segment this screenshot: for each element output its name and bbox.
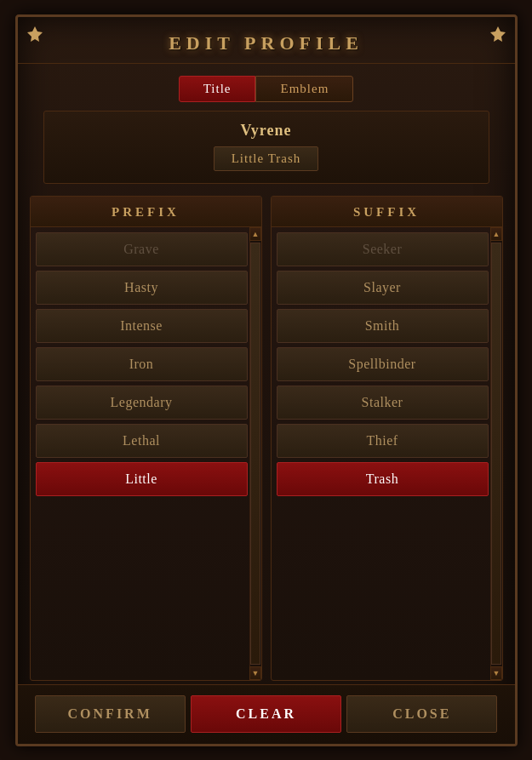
svg-marker-1 (490, 26, 506, 42)
suffix-scroll-area: Seeker Slayer Smith Spellbinder Stalker … (272, 227, 502, 680)
corner-decoration-tr (486, 22, 510, 46)
suffix-scroll-thumb[interactable] (491, 243, 501, 665)
list-item[interactable]: Iron (36, 347, 248, 381)
list-item[interactable]: Grave (36, 232, 248, 266)
suffix-scroll-up[interactable]: ▲ (490, 227, 502, 241)
list-item[interactable]: Slayer (277, 271, 489, 305)
prefix-scrollbar[interactable]: ▲ ▼ (249, 227, 261, 680)
suffix-items-list: Seeker Slayer Smith Spellbinder Stalker … (277, 232, 489, 496)
edit-profile-modal: EDIT PROFILE Title Emblem Vyrene Little … (15, 14, 518, 746)
list-item[interactable]: Spellbinder (277, 347, 489, 381)
list-item[interactable]: Lethal (36, 424, 248, 458)
prefix-scroll-area: Grave Hasty Intense Iron Legendary Letha… (31, 227, 261, 680)
prefix-items-list: Grave Hasty Intense Iron Legendary Letha… (36, 232, 248, 496)
list-item[interactable]: Stalker (277, 386, 489, 420)
svg-marker-0 (27, 26, 43, 42)
suffix-scroll-down[interactable]: ▼ (490, 666, 502, 680)
suffix-scrollbar[interactable]: ▲ ▼ (490, 227, 502, 680)
list-item-selected[interactable]: Little (36, 462, 248, 496)
bottom-buttons: CONFIRM CLEAR CLOSE (18, 684, 515, 744)
clear-button[interactable]: CLEAR (191, 695, 341, 733)
list-item[interactable]: Seeker (277, 232, 489, 266)
list-item[interactable]: Intense (36, 309, 248, 343)
list-item[interactable]: Thief (277, 424, 489, 458)
close-button[interactable]: CLOSE (346, 695, 497, 733)
corner-decoration-tl (23, 22, 47, 46)
tab-emblem[interactable]: Emblem (255, 76, 353, 102)
modal-title: EDIT PROFILE (18, 17, 515, 64)
list-item[interactable]: Legendary (36, 386, 248, 420)
content-area: PREFIX Grave Hasty Intense Iron Legendar… (30, 196, 503, 681)
prefix-scroll-thumb[interactable] (250, 243, 260, 665)
list-item[interactable]: Hasty (36, 271, 248, 305)
profile-title-display: Little Trash (214, 146, 319, 171)
prefix-scroll-up[interactable]: ▲ (249, 227, 261, 241)
profile-name: Vyrene (53, 122, 480, 140)
profile-area: Vyrene Little Trash (43, 111, 489, 184)
suffix-header: SUFFIX (272, 197, 502, 227)
prefix-header: PREFIX (31, 197, 261, 227)
tab-title[interactable]: Title (179, 76, 256, 102)
list-item[interactable]: Smith (277, 309, 489, 343)
prefix-column: PREFIX Grave Hasty Intense Iron Legendar… (30, 196, 262, 681)
confirm-button[interactable]: CONFIRM (35, 695, 186, 733)
suffix-column: SUFFIX Seeker Slayer Smith Spellbinder S… (271, 196, 503, 681)
tabs-row: Title Emblem (18, 64, 515, 111)
list-item-selected[interactable]: Trash (277, 462, 489, 496)
prefix-scroll-down[interactable]: ▼ (249, 666, 261, 680)
